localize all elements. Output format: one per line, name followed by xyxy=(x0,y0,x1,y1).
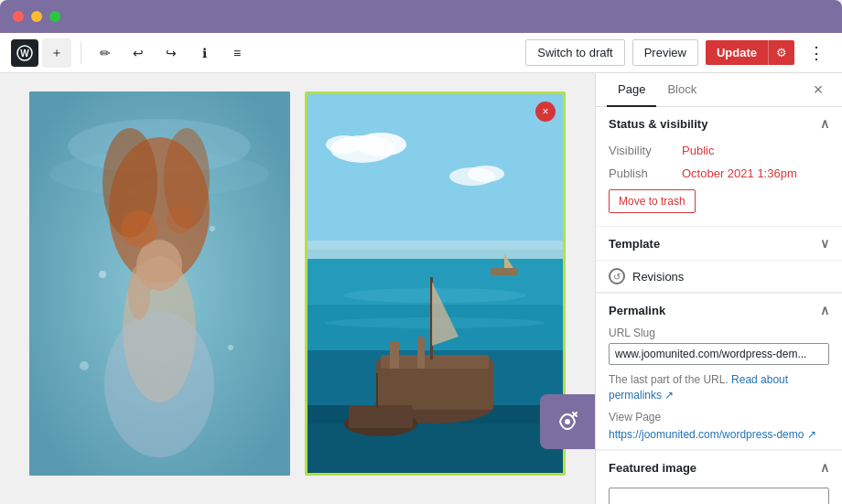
redo-icon: ↪ xyxy=(166,46,177,60)
more-options-button[interactable]: ⋮ xyxy=(802,38,831,68)
main-layout: × xyxy=(0,73,842,504)
featured-image-header[interactable]: Featured image ∧ xyxy=(596,450,842,484)
svg-rect-37 xyxy=(390,341,399,369)
switch-to-draft-button[interactable]: Switch to draft xyxy=(525,39,624,66)
permalink-hint: The last part of the URL. Read about per… xyxy=(596,372,842,411)
traffic-light-close[interactable] xyxy=(13,11,24,22)
close-icon: × xyxy=(542,105,548,118)
info-icon: ℹ xyxy=(202,46,207,60)
remove-image-button[interactable]: × xyxy=(535,102,556,122)
svg-point-24 xyxy=(468,166,504,182)
svg-point-13 xyxy=(128,265,150,320)
template-header[interactable]: Template ∨ xyxy=(596,227,842,260)
tab-block[interactable]: Block xyxy=(656,73,707,107)
redo-button[interactable]: ↪ xyxy=(157,38,186,68)
svg-point-44 xyxy=(565,419,570,424)
list-icon: ≡ xyxy=(233,46,241,60)
ocean-image xyxy=(308,94,563,473)
image-block-2[interactable]: × xyxy=(305,91,566,476)
info-button[interactable]: ℹ xyxy=(189,38,219,68)
chevron-up-icon: ∧ xyxy=(820,303,829,317)
view-page-link[interactable]: https://joomunited.com/wordpress-demo ↗ xyxy=(596,427,842,450)
preview-button[interactable]: Preview xyxy=(632,39,698,66)
permalink-header[interactable]: Permalink ∧ xyxy=(596,293,842,327)
move-to-trash-button[interactable]: Move to trash xyxy=(609,189,696,213)
status-visibility-body: Visibility Public Publish October 2021 1… xyxy=(596,140,842,226)
purple-decoration xyxy=(540,394,595,449)
caret-down-icon: ⚙ xyxy=(776,46,787,59)
revisions-row[interactable]: ↺ Revisions xyxy=(596,261,842,293)
traffic-light-maximize[interactable] xyxy=(49,11,60,22)
svg-point-16 xyxy=(80,361,89,370)
close-icon: × xyxy=(814,80,824,100)
url-slug-input[interactable] xyxy=(609,343,829,365)
update-caret-button[interactable]: ⚙ xyxy=(768,40,794,65)
status-visibility-panel: Status & visibility ∧ Visibility Public … xyxy=(596,107,842,227)
svg-point-21 xyxy=(355,133,406,156)
svg-text:W: W xyxy=(20,48,29,59)
svg-rect-32 xyxy=(491,268,518,275)
svg-point-12 xyxy=(167,206,194,233)
svg-point-14 xyxy=(99,271,106,278)
main-content: × xyxy=(0,73,595,504)
set-featured-image-button[interactable]: Set featured image xyxy=(609,488,829,504)
permalink-title: Permalink xyxy=(609,304,665,317)
visibility-value: Public xyxy=(682,144,714,157)
list-view-button[interactable]: ≡ xyxy=(222,38,252,68)
svg-rect-25 xyxy=(308,250,563,259)
image-block-1[interactable] xyxy=(29,91,290,476)
sidebar-close-button[interactable]: × xyxy=(805,77,831,102)
visibility-row: Visibility Public xyxy=(609,144,829,157)
template-title: Template xyxy=(609,237,660,251)
status-visibility-title: Status & visibility xyxy=(609,117,707,131)
wp-logo: W xyxy=(11,39,38,67)
url-slug-label: URL Slug xyxy=(596,327,842,343)
svg-rect-38 xyxy=(417,337,425,369)
featured-image-panel: Featured image ∧ Set featured image xyxy=(596,450,842,504)
tab-page[interactable]: Page xyxy=(607,73,656,107)
add-block-button[interactable]: ＋ xyxy=(42,38,71,68)
edit-button[interactable]: ✏ xyxy=(91,38,120,68)
revisions-icon: ↺ xyxy=(609,268,625,284)
undo-button[interactable]: ↩ xyxy=(124,38,153,68)
permalink-panel: Permalink ∧ URL Slug The last part of th… xyxy=(596,293,842,450)
editor-area: × xyxy=(0,73,595,504)
svg-point-11 xyxy=(121,210,157,247)
window-chrome xyxy=(0,0,842,33)
svg-point-10 xyxy=(104,311,214,457)
view-page-label: View Page xyxy=(596,411,842,427)
chevron-down-icon: ∨ xyxy=(820,236,829,251)
status-visibility-header[interactable]: Status & visibility ∧ xyxy=(596,107,842,140)
toolbar-right: Switch to draft Preview Update ⚙ ⋮ xyxy=(525,38,831,68)
revisions-label: Revisions xyxy=(632,270,684,284)
svg-point-15 xyxy=(210,226,215,231)
add-icon: ＋ xyxy=(50,45,63,61)
publish-value: October 2021 1:36pm xyxy=(682,166,797,180)
publish-row: Publish October 2021 1:36pm xyxy=(609,166,829,180)
svg-rect-43 xyxy=(376,373,378,408)
visibility-label: Visibility xyxy=(609,144,682,157)
read-about-permalinks-link[interactable]: Read about permalinks ↗ xyxy=(609,373,788,402)
more-icon: ⋮ xyxy=(808,43,825,63)
undo-icon: ↩ xyxy=(133,46,144,60)
svg-point-17 xyxy=(228,345,233,350)
toolbar-separator xyxy=(81,42,81,64)
pencil-icon: ✏ xyxy=(100,46,111,60)
sidebar-tabs: Page Block × xyxy=(596,73,842,107)
editor-toolbar: W ＋ ✏ ↩ ↪ ℹ ≡ Switch to draft Preview Up… xyxy=(0,33,842,73)
chevron-up-icon: ∧ xyxy=(820,116,829,131)
underwater-image xyxy=(29,91,290,476)
svg-rect-42 xyxy=(349,405,413,428)
sidebar: Page Block × Status & visibility ∧ Visib… xyxy=(595,73,842,504)
chevron-up-icon: ∧ xyxy=(820,460,829,475)
featured-image-title: Featured image xyxy=(609,461,696,475)
publish-label: Publish xyxy=(609,166,682,180)
template-panel: Template ∨ xyxy=(596,227,842,261)
update-button[interactable]: Update xyxy=(706,40,768,65)
traffic-light-minimize[interactable] xyxy=(31,11,42,22)
svg-point-22 xyxy=(326,135,362,154)
svg-rect-18 xyxy=(308,94,563,263)
